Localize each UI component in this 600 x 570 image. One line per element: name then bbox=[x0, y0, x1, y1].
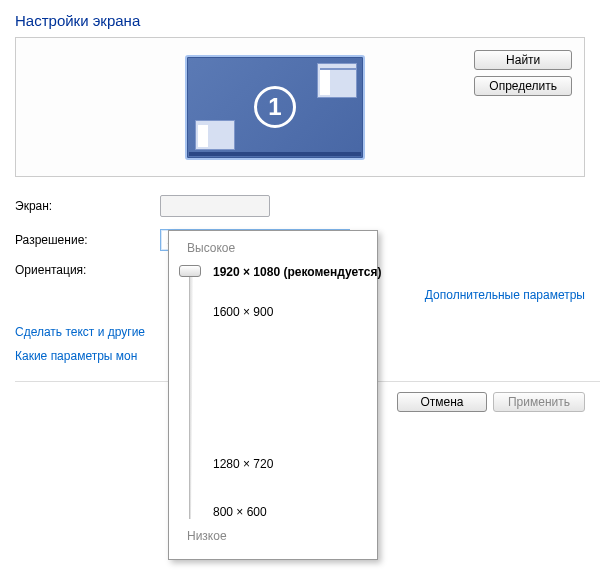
mini-taskbar bbox=[189, 152, 361, 156]
advanced-link[interactable]: Дополнительные параметры bbox=[425, 288, 585, 302]
orientation-label: Ориентация: bbox=[15, 263, 160, 277]
resolution-dropdown[interactable]: Высокое 1920 × 1080 (рекомендуется)1600 … bbox=[168, 230, 378, 560]
monitor-number-badge: 1 bbox=[254, 86, 296, 128]
dropdown-low-label: Низкое bbox=[169, 529, 377, 547]
mini-window-top bbox=[317, 63, 357, 98]
resolution-option[interactable]: 800 × 600 bbox=[213, 505, 267, 519]
resolution-slider-thumb[interactable] bbox=[179, 265, 201, 277]
cancel-button[interactable]: Отмена bbox=[397, 392, 487, 412]
resolution-list: 1920 × 1080 (рекомендуется)1600 × 900128… bbox=[213, 265, 373, 525]
resolution-option[interactable]: 1280 × 720 bbox=[213, 457, 273, 471]
page-title: Настройки экрана bbox=[0, 0, 600, 37]
resolution-option[interactable]: 1920 × 1080 (рекомендуется) bbox=[213, 265, 381, 279]
monitor-preview[interactable]: 1 bbox=[185, 55, 365, 160]
monitor-arrangement-box: 1 Найти Определить bbox=[15, 37, 585, 177]
find-button[interactable]: Найти bbox=[474, 50, 572, 70]
screen-label: Экран: bbox=[15, 199, 160, 213]
resolution-label: Разрешение: bbox=[15, 233, 160, 247]
mini-window-bottom bbox=[195, 120, 235, 150]
dropdown-high-label: Высокое bbox=[169, 231, 377, 259]
apply-button[interactable]: Применить bbox=[493, 392, 585, 412]
identify-button[interactable]: Определить bbox=[474, 76, 572, 96]
dropdown-body: 1920 × 1080 (рекомендуется)1600 × 900128… bbox=[181, 265, 377, 525]
screen-selector[interactable] bbox=[160, 195, 270, 217]
resolution-option[interactable]: 1600 × 900 bbox=[213, 305, 273, 319]
resolution-slider-track[interactable] bbox=[189, 271, 193, 519]
